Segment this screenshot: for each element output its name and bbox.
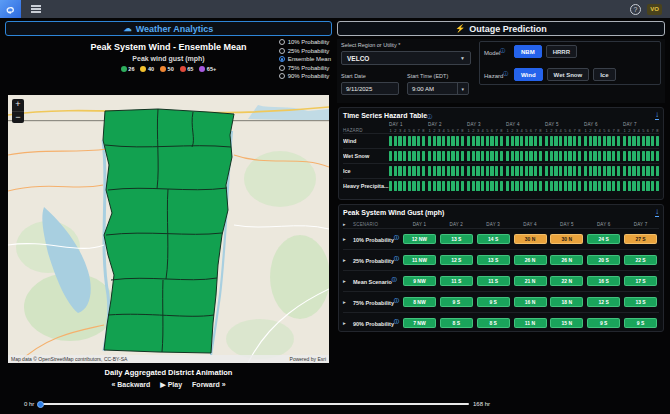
hazard-cell[interactable] — [412, 151, 415, 161]
hazard-cell[interactable] — [578, 181, 581, 191]
hazard-cell[interactable] — [408, 166, 411, 176]
hazard-cell[interactable] — [617, 166, 620, 176]
hazard-cell[interactable] — [573, 136, 576, 146]
gust-value-pill[interactable]: 30 N — [550, 234, 583, 244]
hazard-cell[interactable] — [476, 166, 479, 176]
hazard-table-info-icon[interactable]: ⓘ — [427, 113, 432, 119]
hazard-cell[interactable] — [545, 181, 548, 191]
hazard-cell[interactable] — [545, 136, 548, 146]
hazard-cell[interactable] — [637, 166, 640, 176]
scenario-info-icon[interactable]: ⓘ — [394, 255, 399, 261]
scenario-info-icon[interactable]: ⓘ — [394, 234, 399, 240]
hazard-cell[interactable] — [529, 181, 532, 191]
hazard-cell[interactable] — [442, 151, 445, 161]
hazard-cell[interactable] — [593, 181, 596, 191]
gust-value-pill[interactable]: 12 S — [587, 297, 620, 307]
hazard-cell[interactable] — [593, 166, 596, 176]
model-toggle[interactable]: HRRR — [546, 45, 577, 58]
hazard-cell[interactable] — [428, 181, 431, 191]
gust-value-pill[interactable]: 20 S — [587, 255, 620, 265]
hazard-cell[interactable] — [403, 166, 406, 176]
gust-value-pill[interactable]: 9 NW — [403, 276, 436, 286]
probability-option[interactable]: 75% Probability — [279, 65, 331, 71]
scenario-info-icon[interactable]: ⓘ — [392, 276, 397, 282]
hazard-cell[interactable] — [506, 181, 509, 191]
expand-all-icon[interactable]: ▸ — [343, 221, 353, 227]
hazard-cell[interactable] — [642, 136, 645, 146]
hazard-cell[interactable] — [476, 151, 479, 161]
timeline-track[interactable] — [38, 403, 469, 405]
region-select[interactable]: VELCO ▼ — [341, 51, 471, 65]
hazard-cell[interactable] — [651, 151, 654, 161]
hazard-cell[interactable] — [628, 136, 631, 146]
hazard-cell[interactable] — [461, 181, 464, 191]
hazard-cell[interactable] — [394, 181, 397, 191]
hazard-cell[interactable] — [607, 166, 610, 176]
hazard-cell[interactable] — [476, 181, 479, 191]
hazard-cell[interactable] — [612, 151, 615, 161]
hazard-cell[interactable] — [428, 166, 431, 176]
hazard-cell[interactable] — [632, 136, 635, 146]
hazard-cell[interactable] — [403, 151, 406, 161]
hazard-cell[interactable] — [467, 181, 470, 191]
hazard-cell[interactable] — [408, 151, 411, 161]
help-icon[interactable]: ? — [630, 4, 641, 15]
hazard-cell[interactable] — [486, 181, 489, 191]
hazard-toggle[interactable]: Ice — [593, 68, 615, 81]
hazard-cell[interactable] — [394, 151, 397, 161]
hazard-cell[interactable] — [398, 136, 401, 146]
hazard-cell[interactable] — [550, 181, 553, 191]
gust-value-pill[interactable]: 13 S — [477, 255, 510, 265]
hazard-cell[interactable] — [568, 166, 571, 176]
hazard-cell[interactable] — [525, 181, 528, 191]
hazard-cell[interactable] — [529, 151, 532, 161]
hazard-cell[interactable] — [442, 166, 445, 176]
hazard-cell[interactable] — [623, 151, 626, 161]
hazard-cell[interactable] — [456, 136, 459, 146]
hazard-cell[interactable] — [490, 151, 493, 161]
hazard-cell[interactable] — [632, 181, 635, 191]
gust-value-pill[interactable]: 9 S — [477, 297, 510, 307]
hazard-cell[interactable] — [642, 151, 645, 161]
hazard-cell[interactable] — [515, 166, 518, 176]
gust-value-pill[interactable]: 26 N — [550, 255, 583, 265]
hazard-cell[interactable] — [437, 166, 440, 176]
hazard-cell[interactable] — [412, 166, 415, 176]
hazard-cell[interactable] — [467, 166, 470, 176]
hazard-cell[interactable] — [623, 181, 626, 191]
hazard-cell[interactable] — [651, 181, 654, 191]
start-date-input[interactable]: 9/11/2025 — [341, 82, 399, 95]
gust-value-pill[interactable]: 14 S — [477, 234, 510, 244]
hazard-cell[interactable] — [451, 181, 454, 191]
expand-row-icon[interactable]: ▸ — [343, 320, 353, 326]
gust-value-pill[interactable]: 17 S — [624, 276, 657, 286]
hazard-cell[interactable] — [656, 151, 659, 161]
hazard-cell[interactable] — [584, 151, 587, 161]
hazard-cell[interactable] — [564, 166, 567, 176]
hazard-cell[interactable] — [486, 151, 489, 161]
hazard-cell[interactable] — [428, 136, 431, 146]
gust-value-pill[interactable]: 24 S — [587, 234, 620, 244]
hazard-cell[interactable] — [389, 166, 392, 176]
hazard-cell[interactable] — [573, 166, 576, 176]
hazard-cell[interactable] — [500, 166, 503, 176]
hazard-cell[interactable] — [568, 136, 571, 146]
hazard-cell[interactable] — [628, 181, 631, 191]
hazard-cell[interactable] — [481, 181, 484, 191]
hazard-cell[interactable] — [500, 181, 503, 191]
hazard-cell[interactable] — [447, 151, 450, 161]
hazard-cell[interactable] — [593, 151, 596, 161]
hazard-cell[interactable] — [456, 151, 459, 161]
gust-value-pill[interactable]: 13 S — [440, 234, 473, 244]
hazard-cell[interactable] — [539, 166, 542, 176]
forward-button[interactable]: Forward » — [192, 381, 225, 389]
hazard-cell[interactable] — [589, 166, 592, 176]
play-button[interactable]: ▶ Play — [160, 381, 182, 389]
hazard-cell[interactable] — [584, 136, 587, 146]
hazard-cell[interactable] — [437, 181, 440, 191]
hazard-cell[interactable] — [433, 166, 436, 176]
gust-value-pill[interactable]: 7 NW — [403, 318, 436, 328]
hazard-cell[interactable] — [495, 181, 498, 191]
hazard-cell[interactable] — [617, 136, 620, 146]
hazard-cell[interactable] — [573, 151, 576, 161]
